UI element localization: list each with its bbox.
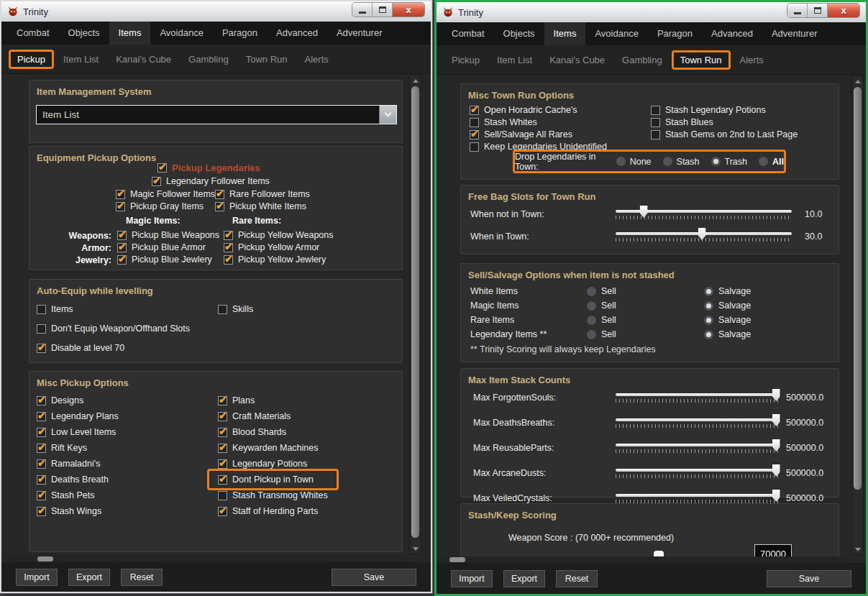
checkbox-designs[interactable] (37, 396, 46, 405)
tab-items[interactable]: Items (544, 22, 586, 45)
radio-sell-magic-items[interactable] (587, 301, 596, 311)
scroll-down-button[interactable] (852, 544, 863, 554)
subtab-alerts[interactable]: Alerts (732, 52, 772, 68)
checkbox-pickup-blue-armor[interactable] (117, 243, 127, 252)
radio-none[interactable] (616, 157, 626, 166)
radio-stash[interactable] (663, 157, 672, 166)
slider-track[interactable] (616, 444, 780, 446)
tab-adventurer[interactable]: Adventurer (762, 22, 827, 45)
checkbox-plans[interactable] (218, 396, 227, 405)
subtab-item-list[interactable]: Item List (55, 51, 106, 68)
tab-combat[interactable]: Combat (7, 22, 59, 45)
checkbox-pickup-yellow-jewelry[interactable] (224, 255, 233, 265)
tab-paragon[interactable]: Paragon (213, 22, 267, 45)
checkbox-items[interactable] (37, 305, 46, 314)
checkbox-blood-shards[interactable] (218, 428, 227, 437)
slider-track[interactable] (616, 418, 780, 421)
scroll-down-button[interactable] (410, 544, 421, 554)
titlebar[interactable]: Trinity x (437, 2, 866, 22)
horizontal-scrollbar[interactable] (6, 556, 406, 562)
reset-button[interactable]: Reset (556, 570, 598, 587)
checkbox-craft-materials[interactable] (218, 412, 227, 421)
export-button[interactable]: Export (503, 570, 545, 587)
tab-objects[interactable]: Objects (494, 22, 544, 45)
scrollbar-thumb[interactable] (37, 556, 53, 561)
scroll-up-button[interactable] (852, 76, 863, 86)
tab-advanced[interactable]: Advanced (267, 22, 327, 45)
checkbox-stash-whites[interactable] (470, 118, 479, 127)
checkbox-legendary-follower-items[interactable] (152, 177, 161, 186)
checkbox-pickup-blue-weapons[interactable] (117, 231, 127, 240)
max-arcane-dusts-slider[interactable] (616, 464, 780, 480)
scroll-up-button[interactable] (410, 75, 421, 86)
save-button[interactable]: Save (767, 570, 851, 587)
subtab-pickup[interactable]: Pickup (444, 52, 488, 68)
subtab-item-list[interactable]: Item List (489, 52, 540, 68)
checkbox-stash-pets[interactable] (37, 491, 46, 500)
radio-trash[interactable] (711, 157, 721, 166)
checkbox-pickup-white-items[interactable] (215, 202, 224, 211)
checkbox-sell-salvage-all-rares[interactable] (470, 130, 479, 139)
checkbox-rare-follower-items[interactable] (215, 190, 224, 199)
subtab-kanais-cube[interactable]: Kanai's Cube (542, 52, 613, 68)
radio-salvage-legendary-items[interactable] (704, 330, 713, 339)
minimize-button[interactable] (352, 3, 373, 17)
tab-combat[interactable]: Combat (442, 22, 494, 45)
subtab-town-run[interactable]: Town Run (238, 51, 296, 68)
radio-salvage-white-items[interactable] (704, 287, 713, 296)
checkbox-pickup-legendaries[interactable] (157, 163, 167, 173)
radio-all[interactable] (759, 157, 768, 166)
tab-objects[interactable]: Objects (59, 22, 109, 45)
item-management-dropdown[interactable]: Item List (36, 105, 397, 124)
checkbox-keywarden-machines[interactable] (218, 444, 227, 453)
max-deaths-breaths-slider[interactable] (616, 413, 780, 429)
subtab-kanais-cube[interactable]: Kanai's Cube (108, 51, 179, 68)
checkbox-rift-keys[interactable] (37, 444, 46, 453)
checkbox-pickup-blue-jewelry[interactable] (117, 255, 127, 265)
tab-avoidance[interactable]: Avoidance (585, 22, 647, 45)
subtab-alerts[interactable]: Alerts (297, 51, 337, 68)
maximize-button[interactable] (808, 4, 828, 17)
checkbox-stash-transmog-whites[interactable] (218, 491, 227, 500)
scrollbar-thumb[interactable] (411, 86, 419, 538)
reset-button[interactable]: Reset (121, 569, 163, 586)
tab-items[interactable]: Items (109, 22, 151, 45)
subtab-gambling[interactable]: Gambling (181, 51, 237, 68)
save-button[interactable]: Save (332, 569, 416, 586)
vertical-scrollbar[interactable] (851, 75, 864, 555)
checkbox-pickup-gray-items[interactable] (116, 202, 125, 211)
subtab-pickup[interactable]: Pickup (9, 50, 54, 69)
checkbox-deaths-breath[interactable] (37, 475, 46, 485)
vertical-scrollbar[interactable] (409, 75, 421, 554)
checkbox-dont-pickup-in-town[interactable] (218, 475, 227, 485)
checkbox-stash-gems-2nd-last-page[interactable] (651, 130, 660, 139)
checkbox-stash-blues[interactable] (651, 118, 660, 127)
checkbox-dont-equip-weapon-offhand[interactable] (37, 324, 46, 334)
export-button[interactable]: Export (68, 569, 110, 586)
horizontal-scrollbar[interactable] (441, 556, 849, 563)
checkbox-staff-of-herding-parts[interactable] (218, 507, 227, 516)
import-button[interactable]: Import (451, 570, 493, 587)
checkbox-keep-legendaries-unidentified[interactable] (470, 142, 479, 152)
checkbox-magic-follower-items[interactable] (116, 190, 125, 199)
import-button[interactable]: Import (16, 569, 58, 586)
tab-adventurer[interactable]: Adventurer (327, 22, 392, 45)
close-button[interactable]: x (393, 3, 424, 17)
minimize-button[interactable] (787, 4, 808, 17)
slider-track[interactable] (616, 469, 780, 472)
slider-track[interactable] (616, 494, 780, 497)
when-not-in-town-slider[interactable] (616, 205, 792, 221)
when-in-town-slider[interactable] (616, 227, 792, 243)
checkbox-disable-at-level-70[interactable] (37, 344, 46, 353)
checkbox-pickup-yellow-weapons[interactable] (224, 231, 233, 240)
radio-salvage-magic-items[interactable] (704, 301, 713, 311)
radio-sell-rare-items[interactable] (587, 316, 596, 325)
radio-salvage-rare-items[interactable] (704, 316, 713, 325)
checkbox-low-level-items[interactable] (37, 428, 46, 437)
checkbox-legendary-plans[interactable] (37, 412, 46, 421)
radio-sell-legendary-items[interactable] (587, 330, 596, 339)
close-button[interactable]: x (828, 4, 859, 17)
tab-advanced[interactable]: Advanced (702, 22, 762, 45)
max-forgotten-souls-slider[interactable] (616, 388, 780, 404)
scrollbar-thumb[interactable] (449, 557, 465, 562)
